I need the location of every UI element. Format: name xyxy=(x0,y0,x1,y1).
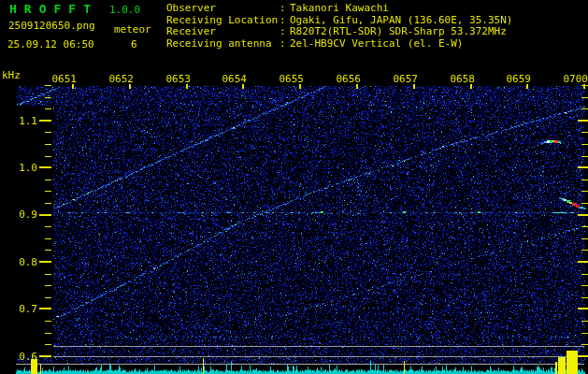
hrofft-window: HROFFT 1.0.0 2509120650.png meteor 25.09… xyxy=(0,0,588,374)
info-value: Ogaki, Gifu, JAPAN (136.60E, 35.35N) xyxy=(290,14,512,26)
y-axis-unit-label: kHz xyxy=(2,69,21,81)
info-label: Observer xyxy=(166,3,280,15)
freq-label-1.0: 1.0 xyxy=(11,162,37,174)
echo-count: 6 xyxy=(131,38,137,50)
datetime-label: 25.09.12 06:50 xyxy=(7,38,94,50)
freq-label-1.1: 1.1 xyxy=(11,115,37,127)
freq-label-0.7: 0.7 xyxy=(11,303,37,315)
mode-label: meteor xyxy=(114,23,151,36)
time-label-0654: 0654 xyxy=(215,73,247,85)
output-filename: 2509120650.png xyxy=(8,20,95,32)
freq-label-0.8: 0.8 xyxy=(11,256,37,268)
info-label: Receiver xyxy=(166,26,280,38)
app-title: HROFFT xyxy=(9,2,98,16)
app-version: 1.0.0 xyxy=(109,4,140,16)
info-colon: : xyxy=(280,38,290,50)
time-label-0653: 0653 xyxy=(159,73,191,85)
time-label-0658: 0658 xyxy=(443,73,475,85)
info-value: Takanori Kawachi xyxy=(290,2,389,14)
info-row-antenna: Receiving antenna:2el-HB9CV Vertical (el… xyxy=(166,38,512,50)
info-colon: : xyxy=(280,3,290,15)
time-label-0656: 0656 xyxy=(329,73,361,85)
time-label-0700: 0700 xyxy=(556,73,588,85)
info-label: Receiving antenna xyxy=(166,38,280,50)
freq-label-0.6: 0.6 xyxy=(11,351,37,363)
time-label-0655: 0655 xyxy=(272,73,304,85)
spectrogram-canvas xyxy=(0,0,588,374)
time-label-0651: 0651 xyxy=(45,73,77,85)
info-value: 2el-HB9CV Vertical (el. E-W) xyxy=(290,37,463,50)
time-label-0657: 0657 xyxy=(386,73,418,85)
time-label-0652: 0652 xyxy=(102,73,134,85)
station-info: Observer:Takanori Kawachi Receiving Loca… xyxy=(166,3,512,50)
freq-label-0.9: 0.9 xyxy=(11,209,37,221)
time-label-0659: 0659 xyxy=(499,73,531,85)
info-value: R820T2(RTL-SDR) SDR-Sharp 53.372MHz xyxy=(290,25,507,37)
info-colon: : xyxy=(280,26,290,38)
